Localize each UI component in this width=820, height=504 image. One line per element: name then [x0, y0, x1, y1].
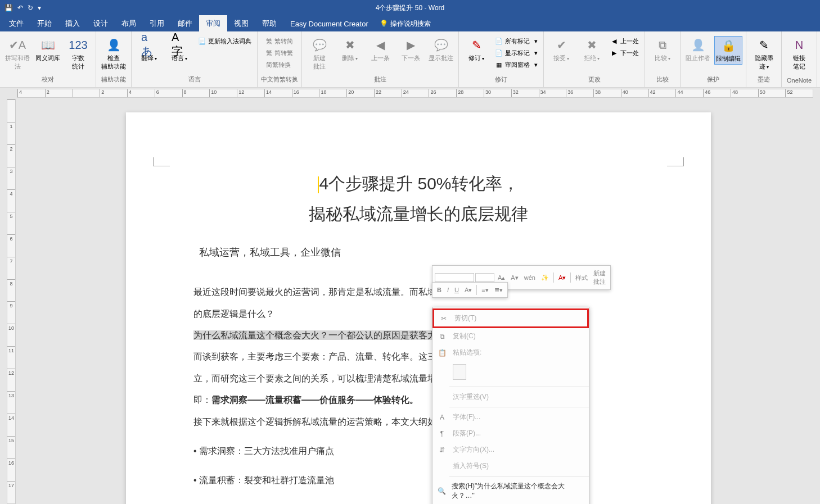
group-protect: 👤阻止作者 🔒限制编辑 保护	[681, 31, 746, 87]
prev-comment-button[interactable]: ◀上一条	[366, 36, 394, 63]
paste-label: 粘贴选项:	[453, 348, 481, 357]
search-label: 搜索(H)"为什么私域流量这个概念会大火？…"	[452, 482, 575, 501]
doc-subtitle[interactable]: 私域运营，私域工具，企业微信	[199, 240, 643, 265]
menu-font[interactable]: A字体(F)...	[432, 409, 589, 425]
ruler-horizontal-area: 42 246 81012 141618 202224 262830 323436…	[0, 88, 820, 99]
spelling-label: 拼写和语法	[4, 54, 30, 71]
menu-search[interactable]: 🔍搜索(H)"为什么私域流量这个概念会大火？…"	[432, 478, 589, 504]
format-painter-icon[interactable]: ✨	[539, 273, 551, 283]
language-label: 语言	[172, 54, 187, 62]
show-comments-label: 显示批注	[429, 54, 453, 62]
menu-paragraph[interactable]: ¶段落(P)...	[432, 425, 589, 442]
accept-label: 接受	[553, 54, 569, 62]
track-changes-button[interactable]: ✎修订	[462, 36, 490, 63]
document-area[interactable]: 4个步骤提升 50%转化率，揭秘私域流量增长的底层规律 私域运营，私域工具，企业…	[17, 99, 820, 504]
check-accessibility-button[interactable]: 👤检查 辅助功能	[100, 36, 128, 72]
context-menu[interactable]: ✂剪切(T) ⧉复制(C) 📋粘贴选项: 汉字重选(V) A字体(F)... ¶…	[432, 307, 589, 504]
tab-layout[interactable]: 布局	[115, 15, 143, 32]
redo-icon[interactable]: ↻	[28, 4, 33, 12]
tab-help[interactable]: 帮助	[255, 15, 283, 32]
menu-cut[interactable]: ✂剪切(T)	[432, 308, 589, 328]
bullets-icon[interactable]: ≡▾	[479, 285, 490, 295]
compare-button[interactable]: ⧉比较	[648, 36, 677, 63]
grow-font-icon[interactable]: A▴	[495, 273, 507, 283]
accessibility-label: 检查 辅助功能	[101, 54, 126, 71]
shrink-font-icon[interactable]: A▾	[508, 273, 520, 283]
next-comment-button[interactable]: ▶下一条	[397, 36, 425, 63]
next-change-label: 下一处	[620, 49, 639, 57]
thesaurus-button[interactable]: 📖同义词库	[34, 36, 62, 63]
update-ime-button[interactable]: 📃更新输入法词典	[196, 36, 254, 47]
ime-icon: 📃	[198, 38, 206, 46]
mini-toolbar-row2[interactable]: B I U A▾ ≡▾ ≣▾	[432, 282, 508, 298]
tab-view[interactable]: 视图	[227, 15, 255, 32]
restrict-editing-button[interactable]: 🔒限制编辑	[714, 36, 742, 65]
phonetic-icon[interactable]: wén	[522, 273, 538, 282]
font-size-input[interactable]	[475, 273, 494, 282]
group-tracking-label: 修订	[495, 75, 507, 85]
menu-hanzi[interactable]: 汉字重选(V)	[432, 389, 589, 405]
cjk-convert-button[interactable]: 简繁转换	[264, 60, 295, 70]
highlight-icon[interactable]: A▾	[462, 285, 474, 295]
next-change-button[interactable]: ▶下一处	[608, 48, 641, 58]
menu-text-direction[interactable]: ⇵文字方向(X)...	[432, 442, 589, 458]
tab-review[interactable]: 审阅	[199, 15, 227, 32]
c1-label: 繁 繁转简	[266, 37, 292, 46]
group-compare: ⧉比较 比较	[645, 31, 681, 87]
linked-notes-button[interactable]: N链接 笔记	[785, 36, 813, 72]
font-family-input[interactable]	[435, 273, 474, 282]
display-for-review-dropdown[interactable]: 📄所有标记▾	[493, 36, 540, 47]
menu-insert-symbol[interactable]: 插入符号(S)	[432, 458, 589, 474]
italic-icon[interactable]: I	[445, 285, 451, 294]
reviewing-pane-button[interactable]: ▦审阅窗格▾	[493, 60, 540, 70]
word-count-button[interactable]: 123字数 统计	[64, 36, 92, 72]
tab-home[interactable]: 开始	[30, 15, 58, 32]
tell-me-search[interactable]: 💡 操作说明搜索	[380, 19, 431, 29]
doc-heading[interactable]: 4个步骤提升 50%转化率，揭秘私域流量增长的底层规律	[193, 169, 643, 229]
mini-new-comment-button[interactable]: 新建 批注	[591, 268, 608, 287]
delete-comment-button[interactable]: ✖删除	[336, 36, 364, 63]
language-button[interactable]: A字语言	[165, 36, 193, 63]
bold-icon[interactable]: B	[435, 285, 444, 294]
prev-change-button[interactable]: ◀上一处	[608, 36, 641, 47]
font-label: 字体(F)...	[453, 412, 480, 422]
show-comments-button[interactable]: 💬显示批注	[427, 36, 455, 63]
cut-label: 剪切(T)	[454, 314, 476, 323]
save-icon[interactable]: 💾	[4, 4, 13, 12]
new-comment-button[interactable]: 💬新建 批注	[305, 36, 334, 72]
ruler-horizontal[interactable]: 42 246 81012 141618 202224 262830 323436…	[17, 89, 813, 98]
underline-icon[interactable]: U	[452, 285, 461, 294]
hide-ink-button[interactable]: ✎隐藏墨 迹	[750, 36, 778, 72]
simp-to-trad-button[interactable]: 繁 简转繁	[264, 48, 295, 58]
tab-edc[interactable]: Easy Document Creator	[283, 16, 375, 31]
reject-button[interactable]: ✖拒绝	[578, 36, 606, 63]
translate-button[interactable]: aあ翻译	[135, 36, 163, 63]
tab-file[interactable]: 文件	[2, 15, 30, 32]
accept-button[interactable]: ✔接受	[547, 36, 575, 63]
ime-label: 更新输入法词典	[208, 37, 251, 46]
tab-mailings[interactable]: 邮件	[171, 15, 199, 32]
page[interactable]: 4个步骤提升 50%转化率，揭秘私域流量增长的底层规律 私域运营，私域工具，企业…	[126, 112, 711, 504]
markup-dd-label: 所有标记	[505, 37, 530, 46]
paste-keep-formatting-icon[interactable]	[453, 364, 466, 380]
show-markup-button[interactable]: 📄显示标记▾	[493, 48, 540, 58]
workspace: 12 345 678 91011 121314 151617 4个步骤提升 50…	[0, 99, 820, 504]
group-proofing-label: 校对	[42, 75, 54, 85]
window-title: 4个步骤提升 50 - Word	[376, 3, 444, 13]
tab-insert[interactable]: 插入	[58, 15, 87, 32]
tab-references[interactable]: 引用	[143, 15, 171, 32]
ruler-vertical[interactable]: 12 345 678 91011 121314 151617	[7, 99, 16, 504]
prev-comment-label: 上一条	[371, 54, 390, 62]
numbering-icon[interactable]: ≣▾	[492, 285, 505, 295]
tab-design[interactable]: 设计	[87, 15, 115, 32]
group-accessibility-label: 辅助功能	[101, 75, 126, 85]
undo-icon[interactable]: ↶	[17, 4, 23, 12]
spelling-button[interactable]: ✔A拼写和语法	[3, 36, 31, 72]
menu-copy[interactable]: ⧉复制(C)	[432, 328, 589, 344]
font-color-icon[interactable]: A▾	[556, 273, 568, 283]
styles-button[interactable]: 样式	[573, 273, 590, 283]
trad-to-simp-button[interactable]: 繁 繁转简	[264, 36, 295, 47]
block-authors-button[interactable]: 👤阻止作者	[684, 36, 712, 63]
qat-customize-icon[interactable]: ▾	[38, 4, 41, 12]
direction-icon: ⇵	[437, 446, 447, 454]
